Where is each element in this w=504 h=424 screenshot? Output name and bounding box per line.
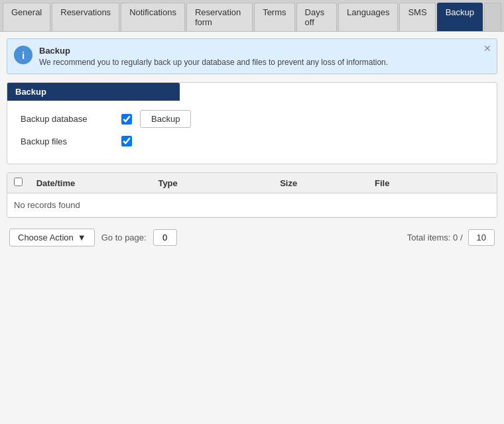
tab-reservations[interactable]: Reservations (52, 3, 119, 31)
tab-days-off[interactable]: Days off (296, 3, 338, 31)
info-banner: i Backup We recommend you to regularly b… (7, 38, 497, 74)
backup-files-row: Backup files (21, 136, 483, 146)
no-records-row: No records found (7, 193, 497, 217)
select-all-checkbox[interactable] (14, 178, 23, 186)
backup-table-container: Date/time Type Size File No records foun… (7, 172, 497, 218)
per-page-button[interactable]: 10 (468, 229, 495, 246)
banner-body: Backup We recommend you to regularly bac… (39, 46, 388, 67)
banner-title: Backup (39, 46, 388, 56)
banner-text: We recommend you to regularly back up yo… (39, 58, 388, 67)
backup-database-row: Backup database Backup (21, 110, 483, 128)
footer-right: Total items: 0 / 10 (407, 229, 495, 246)
tab-languages[interactable]: Languages (338, 3, 398, 31)
close-banner-button[interactable]: ✕ (483, 43, 491, 54)
col-header-check (7, 173, 30, 193)
choose-action-button[interactable]: Choose Action ▼ (9, 229, 95, 246)
col-header-size: Size (273, 173, 368, 193)
page-content: i Backup We recommend you to regularly b… (0, 32, 504, 424)
backup-section: Backup Backup database Backup Backup fil… (7, 82, 497, 164)
backup-files-label: Backup files (21, 136, 113, 146)
tab-bar: General Reservations Notifications Reser… (0, 0, 504, 32)
tab-general[interactable]: General (3, 3, 50, 31)
total-items-label: Total items: 0 / (407, 233, 463, 242)
col-header-type: Type (151, 173, 273, 193)
info-icon: i (14, 46, 32, 64)
footer-bar: Choose Action ▼ Go to page: Total items:… (7, 225, 497, 250)
col-header-datetime: Date/time (30, 173, 152, 193)
goto-label: Go to page: (101, 233, 147, 242)
tab-terms[interactable]: Terms (254, 3, 294, 31)
backup-button[interactable]: Backup (140, 110, 191, 128)
tab-reservation-form[interactable]: Reservation form (186, 3, 253, 31)
tab-backup[interactable]: Backup (437, 3, 483, 31)
backup-table: Date/time Type Size File No records foun… (7, 173, 497, 217)
tab-extra (484, 3, 501, 31)
no-records-cell: No records found (7, 193, 497, 217)
footer-left: Choose Action ▼ Go to page: (9, 229, 177, 246)
backup-database-checkbox[interactable] (121, 114, 132, 125)
choose-action-label: Choose Action (18, 233, 74, 242)
col-header-file: File (368, 173, 463, 193)
choose-action-chevron-icon: ▼ (78, 233, 86, 242)
table-header-row: Date/time Type Size File (7, 173, 497, 193)
col-header-action (463, 173, 497, 193)
goto-page-input[interactable] (153, 229, 177, 246)
backup-files-checkbox[interactable] (121, 136, 132, 146)
section-body: Backup database Backup Backup files (7, 101, 497, 164)
section-header: Backup (7, 83, 180, 101)
backup-database-label: Backup database (21, 114, 113, 124)
tab-notifications[interactable]: Notifications (121, 3, 185, 31)
tab-sms[interactable]: SMS (399, 3, 435, 31)
